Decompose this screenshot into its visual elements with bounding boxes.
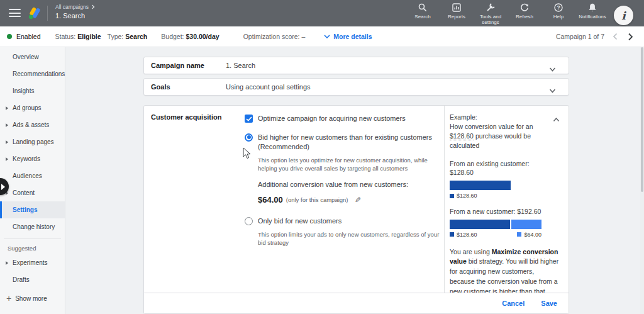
legend-existing: $128.60 [450,193,477,199]
goals-label: Goals [144,83,226,91]
sidebar-item-label: Ads & assets [13,121,49,128]
bar-segment-additional [511,220,541,229]
legend-square-icon [517,232,521,237]
info-overlay-button[interactable]: i [614,6,633,25]
chevron-down-icon[interactable] [549,89,556,93]
sidebar-item-experiments[interactable]: Experiments [0,254,65,271]
cancel-button[interactable]: Cancel [502,300,525,307]
search-icon [418,3,428,13]
vertical-scrollbar[interactable] [640,47,644,314]
sidebar-item-settings[interactable]: Settings [0,201,65,218]
type-value: Search [125,33,147,40]
next-campaign-button[interactable] [626,33,635,41]
previous-campaign-button[interactable] [611,33,619,40]
breadcrumb-current-campaign[interactable]: 1. Search [55,12,95,21]
refresh-button[interactable]: Refresh [509,3,540,25]
expand-triangle-icon [6,157,8,161]
sidebar-item-label: Audiences [13,172,42,179]
bid-higher-radio[interactable] [245,133,253,142]
campaign-pagination-label: Campaign 1 of 7 [556,33,604,40]
sidebar-item-label: Overview [13,53,39,60]
optimize-checkbox-label: Optimize campaign for acquiring new cust… [258,114,406,123]
sidebar-item-ads-assets[interactable]: Ads & assets [0,116,65,133]
new-customer-bar [450,220,541,229]
edit-value-button[interactable]: ✎ [355,196,361,205]
sidebar-item-drafts[interactable]: Drafts [0,271,65,288]
enabled-dot-icon [7,34,12,39]
status-value: Eligible [77,33,101,40]
svg-text:?: ? [557,4,560,11]
example-title: Example: [450,113,560,121]
expand-triangle-icon [6,261,8,265]
bar-segment-base [450,220,510,229]
only-new-customers-radio[interactable] [245,217,253,225]
enabled-label: Enabled [16,33,41,40]
sidebar-item-change-history[interactable]: Change history [0,218,65,235]
sidebar-item-landing-pages[interactable]: Landing pages [0,133,65,150]
sidebar-item-overview[interactable]: Overview [0,48,65,65]
campaign-sidebar: OverviewRecommendationsInsightsAd groups… [0,47,65,314]
chevron-right-icon [628,33,633,41]
help-icon: ? [553,3,564,13]
additional-value-label: Additional conversion value from new cus… [258,181,443,188]
topbar: All campaigns 1. Search Search Reports T… [0,0,644,26]
checkmark-icon [246,116,252,121]
help-button[interactable]: ? Help [543,3,574,25]
bid-higher-help-text: This option lets you optimize for new cu… [258,156,443,173]
sidebar-item-label: Recommendations [13,70,65,77]
scrollbar-thumb[interactable] [641,47,643,192]
optimize-new-customers-checkbox[interactable] [245,115,253,123]
goals-row[interactable]: Goals Using account goal settings [143,78,569,96]
sidebar-item-recommendations[interactable]: Recommendations [0,65,65,82]
existing-customer-label: From an existing customer: $128.60 [450,159,560,177]
search-button[interactable]: Search [408,3,438,25]
legend-square-icon [450,194,454,198]
more-details-button[interactable]: More details [324,33,372,40]
bid-higher-radio-label: Bid higher for new customers than for ex… [258,133,440,152]
chevron-down-icon [324,35,330,38]
form-footer: Cancel Save [144,293,569,313]
sidebar-item-content[interactable]: Content [0,184,65,201]
sidebar-item-label: Ad groups [13,104,42,111]
chevron-down-icon[interactable] [549,67,556,72]
sidebar-item-label: Change history [13,223,55,230]
campaign-name-row[interactable]: Campaign name 1. Search [143,57,569,74]
campaign-name-value: 1. Search [226,62,255,69]
optimization-score: Optimization score: – [243,33,306,40]
menu-icon[interactable] [9,9,21,17]
additional-value-note: (only for this campaign) [286,196,348,203]
breadcrumb-all-campaigns[interactable]: All campaigns [55,4,89,11]
collapse-example-button[interactable] [553,113,560,125]
existing-customer-bar [450,181,541,190]
expand-triangle-icon [6,140,8,144]
sidebar-item-label: Drafts [13,276,30,283]
sidebar-item-ad-groups[interactable]: Ad groups [0,99,65,116]
notifications-button[interactable]: Notifications [577,3,608,25]
example-subtitle: How conversion value for an $128.60 purc… [450,122,555,151]
status-field: Status: Eligible [55,33,101,40]
sidebar-show-more-button[interactable]: + Show more [0,290,65,306]
budget-value: $30.00/day [186,33,219,40]
topbar-divider [47,6,48,21]
breadcrumb-chevron-icon [91,4,95,9]
sidebar-item-insights[interactable]: Insights [0,82,65,99]
bar-segment-existing [450,181,511,190]
customer-acquisition-title: Customer acquisition [151,113,221,121]
sidebar-item-label: Insights [13,87,34,94]
budget-field: Budget: $30.00/day [161,33,219,40]
save-button[interactable]: Save [541,300,557,307]
customer-acquisition-panel: Customer acquisition Optimize campaign f… [143,105,569,314]
tools-and-settings-button[interactable]: Tools and settings [475,3,506,25]
reports-button[interactable]: Reports [441,3,472,25]
sidebar-item-audiences[interactable]: Audiences [0,167,65,184]
example-amount: $128.60 [450,132,474,140]
sidebar-item-keywords[interactable]: Keywords [0,150,65,167]
sidebar-item-label: Content [13,189,35,196]
chevron-right-icon [1,184,5,190]
topbar-actions: Search Reports Tools and settings Refres… [408,3,608,25]
only-new-help-text: This option limits your ads to only new … [258,230,443,247]
enabled-status: Enabled [7,33,41,40]
type-field: Type: Search [108,33,148,40]
campaign-status-bar: Enabled Status: Eligible Type: Search Bu… [0,26,644,47]
legend-square-icon [450,232,454,237]
